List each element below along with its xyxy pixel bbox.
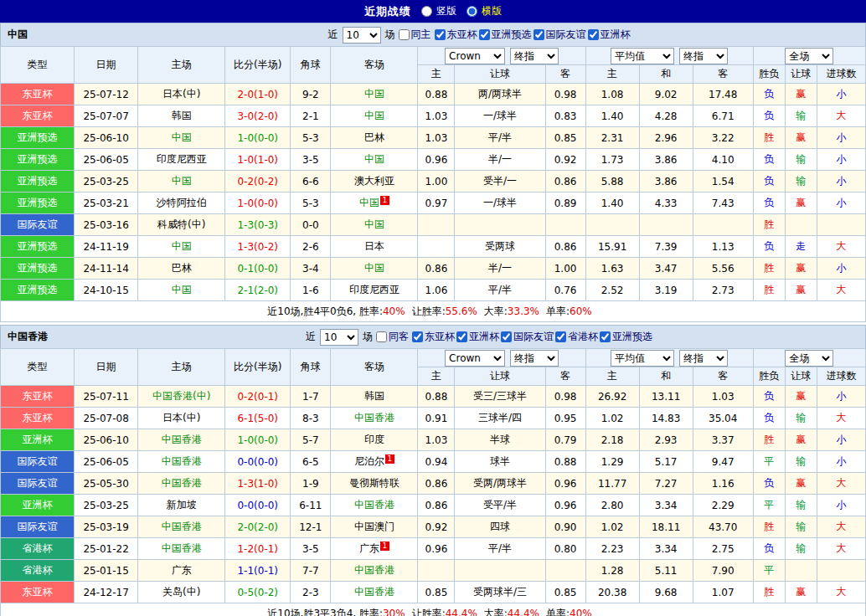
col-header-asia-home: 主	[418, 367, 455, 386]
asia-handicap: 受平/半	[455, 495, 545, 516]
asia-home-odds: 1.06	[418, 280, 455, 301]
competition-checkbox[interactable]	[479, 29, 490, 40]
euro-home-odds: 2.31	[585, 127, 639, 149]
euro-average-select[interactable]: 平均值	[611, 48, 674, 64]
summary-stat-value: 55.6%	[446, 305, 477, 317]
competition-checkbox[interactable]	[588, 29, 599, 40]
competition-option-亚洲预选[interactable]: 亚洲预选	[479, 28, 532, 42]
competition-option-东亚杯[interactable]: 东亚杯	[435, 28, 477, 42]
bookmaker-select[interactable]: Crown	[445, 48, 505, 64]
type-badge: 亚洲预选	[1, 280, 75, 301]
home-team-name: 印度尼西亚	[157, 153, 207, 165]
layout-horizontal-radio[interactable]	[467, 6, 477, 17]
match-score: 1-2(0-1)	[225, 538, 291, 560]
corner-score: 7-7	[291, 560, 331, 582]
asia-handicap: 四球	[455, 516, 545, 538]
result-handicap: 输	[785, 149, 817, 171]
euro-final-select[interactable]: 终指	[679, 48, 728, 64]
summary-stat-label: 胜率:	[359, 608, 383, 616]
euro-final-select[interactable]: 终指	[679, 350, 728, 367]
scope-select[interactable]: 全场	[785, 350, 833, 367]
match-score: 1-3(0-3)	[225, 214, 291, 236]
euro-away-odds: 1.07	[693, 582, 753, 603]
layout-vertical-option[interactable]: 竖版	[421, 4, 456, 18]
competition-checkbox[interactable]	[555, 331, 566, 342]
euro-draw-odds: 3.19	[639, 280, 693, 301]
topbar: 近期战绩 竖版 横版	[0, 0, 866, 23]
result-goals: 小	[817, 386, 865, 408]
result-goals: 小	[817, 149, 865, 171]
home-team: 沙特阿拉伯	[138, 192, 225, 214]
corner-score: 1-6	[291, 280, 331, 301]
euro-draw-odds: 13.11	[639, 386, 693, 408]
result-goals: 大	[817, 582, 865, 603]
away-team-name: 澳大利亚	[354, 175, 394, 187]
home-team-name: 巴林	[172, 262, 192, 274]
scope-select[interactable]: 全场	[785, 48, 833, 64]
summary-stat-label: 让胜率:	[412, 305, 446, 317]
layout-vertical-radio[interactable]	[421, 6, 432, 17]
match-date: 25-07-11	[75, 386, 138, 408]
col-header-euro-home: 主	[585, 65, 639, 84]
competition-checkbox[interactable]	[501, 331, 512, 342]
bookmaker-select[interactable]: Crown	[445, 350, 505, 367]
result-winloss: 负	[753, 171, 785, 192]
match-score: 1-0(0-0)	[225, 127, 291, 149]
layout-horizontal-option[interactable]: 横版	[467, 4, 502, 18]
type-badge: 省港杯	[1, 538, 75, 560]
match-date: 25-03-25	[75, 495, 138, 516]
home-team: 中国香港	[138, 538, 225, 560]
asia-home-odds: 0.88	[418, 386, 455, 408]
competition-option-国际友谊[interactable]: 国际友谊	[501, 330, 554, 344]
match-row: 亚洲杯25-06-10中国香港1-0(0-0)5-7印度1.03半球0.792.…	[1, 429, 866, 451]
same-venue-checkbox[interactable]	[376, 331, 387, 342]
match-row: 国际友谊25-05-30中国香港1-3(1-0)1-9曼彻斯特联0.86受两/两…	[1, 473, 866, 495]
euro-home-odds: 15.91	[585, 236, 639, 258]
match-score: 1-1(0-1)	[225, 560, 291, 582]
competition-option-亚洲预选[interactable]: 亚洲预选	[600, 330, 652, 344]
competition-checkbox[interactable]	[435, 29, 446, 40]
same-venue-option[interactable]: 同主	[399, 28, 431, 42]
same-venue-option[interactable]: 同客	[376, 330, 409, 344]
col-header-type: 类型	[1, 47, 75, 84]
euro-home-odds: 1.40	[585, 105, 639, 127]
asia-home-odds: 1.03	[418, 429, 455, 451]
away-team-name: 印度	[364, 434, 384, 445]
away-team: 中国香港	[331, 582, 418, 603]
same-venue-checkbox[interactable]	[399, 29, 410, 40]
asia-final-select[interactable]: 终指	[510, 48, 559, 64]
home-team: 印度尼西亚	[138, 149, 225, 171]
competition-checkbox[interactable]	[412, 331, 423, 342]
competition-option-亚洲杯[interactable]: 亚洲杯	[456, 330, 499, 344]
competition-option-省港杯[interactable]: 省港杯	[555, 330, 598, 344]
match-row: 国际友谊25-03-16科威特(中)1-3(0-3)0-0中国胜	[1, 214, 866, 236]
euro-away-odds: 6.71	[693, 105, 753, 127]
asia-final-select[interactable]: 终指	[510, 350, 559, 367]
asia-away-odds: 0.96	[545, 495, 585, 516]
competition-option-国际友谊[interactable]: 国际友谊	[534, 28, 586, 42]
match-count-select[interactable]: 10	[343, 27, 381, 44]
home-team-name: 中国香港	[162, 434, 202, 445]
match-date: 25-07-07	[75, 105, 138, 127]
euro-away-odds: 35.04	[693, 408, 753, 429]
away-team: 中国澳门	[331, 516, 418, 538]
red-card-mark: 1	[380, 542, 389, 551]
type-badge: 亚洲杯	[1, 495, 75, 516]
euro-away-odds: 2.73	[693, 280, 753, 301]
competition-checkbox[interactable]	[456, 331, 467, 342]
competition-checkbox[interactable]	[600, 331, 611, 342]
result-winloss: 负	[753, 386, 785, 408]
euro-average-select[interactable]: 平均值	[611, 350, 674, 367]
competition-option-东亚杯[interactable]: 东亚杯	[412, 330, 455, 344]
result-handicap: 赢	[785, 386, 817, 408]
euro-away-odds: 1.13	[693, 236, 753, 258]
result-goals: 大	[817, 280, 865, 301]
asia-away-odds: 1.00	[545, 258, 585, 280]
competition-option-亚洲杯[interactable]: 亚洲杯	[588, 28, 631, 42]
match-count-select[interactable]: 10	[320, 329, 358, 346]
competition-checkbox[interactable]	[534, 29, 544, 40]
euro-home-odds: 20.38	[585, 582, 639, 603]
match-date: 24-11-19	[75, 236, 138, 258]
asia-away-odds: 0.76	[545, 280, 585, 301]
result-handicap: 走	[785, 236, 817, 258]
